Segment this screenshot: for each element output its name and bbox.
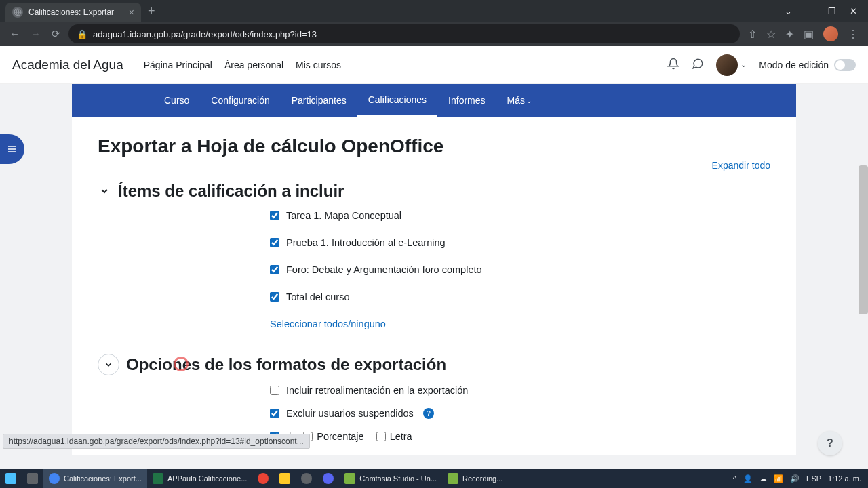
tab-curso[interactable]: Curso: [153, 84, 200, 117]
help-fab[interactable]: ?: [818, 431, 842, 455]
taskbar-discord[interactable]: [317, 469, 339, 488]
checkbox-exclude-suspended[interactable]: [270, 409, 279, 418]
star-icon[interactable]: ☆: [766, 28, 776, 41]
close-icon[interactable]: ×: [129, 7, 134, 18]
task-view[interactable]: [22, 469, 43, 488]
select-all-link[interactable]: Seleccionar todos/ninguno: [270, 319, 386, 329]
tab-title: Calificaciones: Exportar: [28, 7, 114, 17]
page-title: Exportar a Hoja de cálculo OpenOffice: [98, 136, 770, 157]
checkbox-total[interactable]: [270, 292, 279, 302]
help-icon[interactable]: ?: [423, 408, 434, 419]
check-label: Total del curso: [286, 291, 350, 302]
minimize-icon[interactable]: ―: [806, 6, 814, 16]
tray-people-icon[interactable]: 👤: [743, 474, 753, 483]
panel-icon[interactable]: ▣: [804, 28, 814, 41]
camtasia-icon: [344, 473, 355, 484]
edit-mode: Modo de edición: [759, 59, 856, 71]
check-label: Foro: Debate y Argumentación foro comple…: [286, 264, 482, 275]
section-options-head[interactable]: Opciones de los formatos de exportación: [98, 354, 770, 375]
back-icon[interactable]: ←: [9, 28, 20, 40]
caret-down-icon[interactable]: ⌄: [785, 6, 792, 16]
chevron-down-icon[interactable]: [98, 354, 119, 375]
taskbar-camtasia[interactable]: Camtasia Studio - Un...: [339, 469, 442, 488]
bell-icon[interactable]: [667, 58, 679, 73]
check-row: Excluir usuarios suspendidos ?: [270, 408, 770, 419]
tray-wifi-icon[interactable]: 📶: [774, 474, 783, 483]
site-topbar: Academia del Agua Página Principal Área …: [0, 46, 868, 84]
new-tab-button[interactable]: +: [141, 4, 162, 18]
taskbar-excel[interactable]: APPaula Calificacione...: [147, 469, 252, 488]
url-field[interactable]: 🔒 adagua1.idaan.gob.pa/grade/export/ods/…: [68, 24, 740, 43]
checkbox-feedback[interactable]: [270, 386, 279, 395]
forward-icon[interactable]: →: [31, 28, 41, 40]
drawer-toggle[interactable]: [0, 134, 24, 164]
edit-mode-label: Modo de edición: [759, 60, 829, 70]
main-panel: Exportar a Hoja de cálculo OpenOffice Ex…: [72, 117, 796, 455]
tab-bar: Calificaciones: Exportar × + ⌄ ― ❐ ✕: [0, 0, 868, 22]
content-wrap: Curso Configuración Participantes Califi…: [0, 84, 868, 469]
url-text: adagua1.idaan.gob.pa/grade/export/ods/in…: [93, 29, 317, 39]
user-menu[interactable]: ⌄: [716, 54, 747, 76]
section-options-title: Opciones de los formatos de exportación: [126, 355, 446, 374]
tab-mas[interactable]: Más ⌄: [496, 84, 542, 117]
menu-icon[interactable]: ⋮: [848, 28, 859, 41]
check-row: Prueba 1. Introducción al e-Learning: [270, 237, 770, 248]
topbar-right: ⌄ Modo de edición: [667, 54, 856, 76]
check-label: Excluir usuarios suspendidos: [286, 408, 414, 419]
checkbox-prueba1[interactable]: [270, 238, 279, 247]
checkbox-tarea1[interactable]: [270, 211, 279, 220]
start-button[interactable]: [0, 469, 22, 488]
check-row: Incluir retroalimentación en la exportac…: [270, 385, 770, 396]
tray-volume-icon[interactable]: 🔊: [790, 474, 800, 483]
tab-configuracion[interactable]: Configuración: [200, 84, 280, 117]
nav-mycourses[interactable]: Mis cursos: [296, 60, 341, 70]
tray-onedrive-icon[interactable]: ☁: [760, 474, 767, 483]
browser-chrome: Calificaciones: Exportar × + ⌄ ― ❐ ✕ ← →…: [0, 0, 868, 46]
section-items-head[interactable]: Ítems de calificación a incluir: [98, 182, 770, 201]
checkbox-foro[interactable]: [270, 265, 279, 274]
address-bar: ← → ⟳ 🔒 adagua1.idaan.gob.pa/grade/expor…: [0, 22, 868, 46]
course-nav: Curso Configuración Participantes Califi…: [72, 84, 796, 117]
window-controls: ⌄ ― ❐ ✕: [785, 6, 868, 16]
chevron-down-icon: ⌄: [526, 97, 532, 104]
tab-participantes[interactable]: Participantes: [281, 84, 357, 117]
close-window-icon[interactable]: ✕: [850, 6, 857, 16]
folder-icon: [279, 473, 290, 484]
nav-personal[interactable]: Área personal: [224, 60, 283, 70]
section-items-title: Ítems de calificación a incluir: [118, 182, 344, 201]
taskbar-app[interactable]: [252, 469, 274, 488]
app-icon: [301, 473, 312, 484]
tab-calificaciones[interactable]: Calificaciones: [357, 84, 437, 117]
scrollbar-thumb[interactable]: [859, 165, 868, 314]
taskbar-recording[interactable]: Recording...: [442, 469, 508, 488]
checkbox-letter[interactable]: [376, 432, 386, 441]
system-tray[interactable]: ^ 👤 ☁ 📶 🔊 ESP 1:12 a. m.: [733, 474, 868, 483]
browser-tab[interactable]: Calificaciones: Exportar ×: [5, 3, 141, 22]
taskbar-explorer[interactable]: [274, 469, 296, 488]
check-row: Tarea 1. Mapa Conceptual: [270, 210, 770, 221]
chevron-down-icon[interactable]: [98, 184, 111, 198]
grade-items-list: Tarea 1. Mapa Conceptual Prueba 1. Intro…: [98, 210, 770, 329]
user-avatar: [716, 54, 738, 76]
chat-icon[interactable]: [692, 58, 704, 73]
lock-icon: 🔒: [77, 29, 87, 39]
extensions-icon[interactable]: ✦: [785, 28, 794, 41]
tray-chevron-icon[interactable]: ^: [733, 474, 736, 483]
tray-time[interactable]: 1:12 a. m.: [828, 474, 861, 483]
address-right: ⇧ ☆ ✦ ▣ ⋮: [748, 26, 863, 41]
reload-icon[interactable]: ⟳: [52, 28, 60, 40]
check-row: Foro: Debate y Argumentación foro comple…: [270, 264, 770, 275]
nav-home[interactable]: Página Principal: [144, 60, 212, 70]
tray-lang[interactable]: ESP: [806, 474, 821, 483]
share-icon[interactable]: ⇧: [748, 28, 757, 41]
site-title[interactable]: Academia del Agua: [12, 58, 123, 73]
taskbar-app2[interactable]: [296, 469, 317, 488]
check-row: Total del curso: [270, 291, 770, 302]
check-label: Prueba 1. Introducción al e-Learning: [286, 237, 446, 248]
maximize-icon[interactable]: ❐: [828, 6, 836, 16]
taskbar-chrome[interactable]: Calificaciones: Export...: [43, 469, 147, 488]
profile-avatar[interactable]: [823, 26, 838, 41]
expand-all-link[interactable]: Expandir todo: [712, 160, 770, 171]
edit-mode-toggle[interactable]: [834, 59, 856, 71]
tab-informes[interactable]: Informes: [437, 84, 496, 117]
